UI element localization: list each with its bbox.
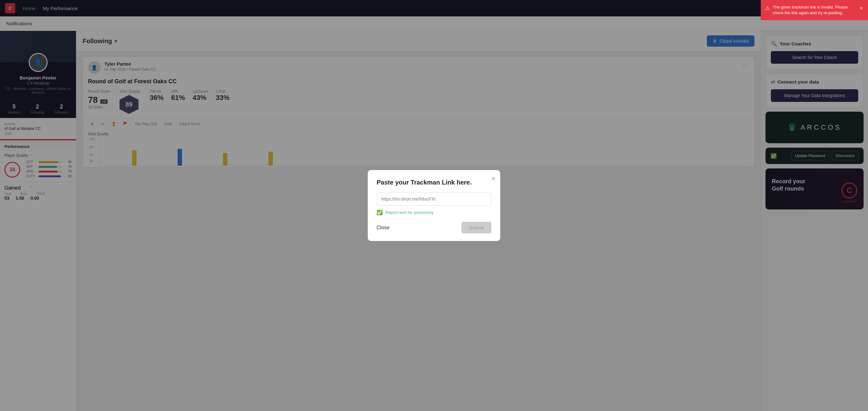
modal-box: Paste your Trackman Link here. × ✅ Repor… [368,170,500,241]
modal-close-button[interactable]: Close [377,225,390,230]
modal-close-icon[interactable]: × [491,175,495,182]
close-icon[interactable]: × [860,4,863,12]
modal-submit-button[interactable]: Submit [461,222,491,233]
error-toast-message: The given trackman link is invalid. Plea… [773,4,856,16]
modal-success-message: ✅ Report sent for processing [377,210,491,215]
trackman-link-input[interactable] [377,192,491,205]
error-toast: ⚠ The given trackman link is invalid. Pl… [761,0,868,20]
success-icon: ✅ [377,210,383,215]
success-text: Report sent for processing [385,210,433,215]
warning-icon: ⚠ [765,5,770,12]
modal-title: Paste your Trackman Link here. [377,179,491,186]
modal-actions: Close Submit [377,222,491,233]
modal-overlay: Paste your Trackman Link here. × ✅ Repor… [0,0,868,411]
